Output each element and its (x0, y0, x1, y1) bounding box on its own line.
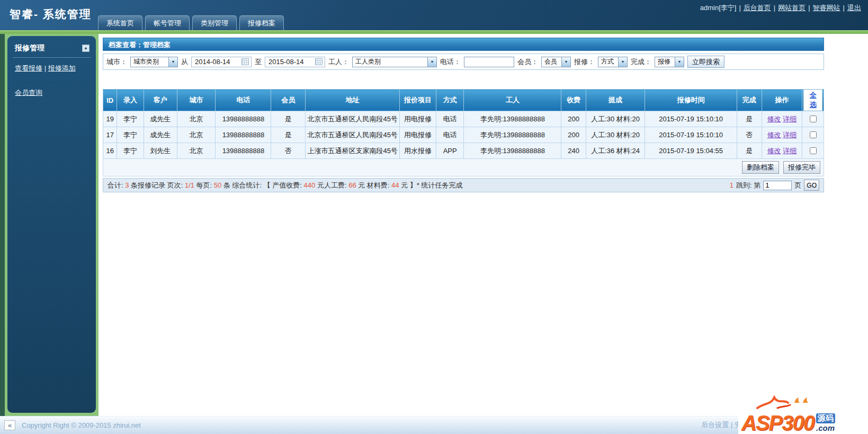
date-from-field[interactable] (191, 57, 252, 67)
done-label: 完成： (631, 57, 651, 67)
link-logout[interactable]: 退出 (847, 4, 861, 12)
main-nav-tabs: 系统首页 帐号管理 类别管理 报修档案 (98, 15, 284, 30)
calendar-icon[interactable] (241, 58, 249, 65)
cell-phone: 13988888888 (216, 127, 271, 143)
cell-id: 19 (103, 111, 117, 127)
col-phone: 电话 (216, 90, 271, 111)
go-button[interactable]: GO (804, 180, 819, 191)
cell-member: 是 (271, 111, 306, 127)
watermark-brand: ASP300 (741, 413, 814, 432)
cell-phone: 13988888888 (216, 111, 271, 127)
link-admin-settings[interactable]: 后台设置 (701, 421, 729, 429)
tab-account-management[interactable]: 帐号管理 (145, 15, 190, 30)
summary-text: 合计: 3 条报修记录 页次: 1/1 每页: 50 条 综合统计: 【 产值收… (108, 181, 462, 190)
detail-link[interactable]: 详细 (783, 147, 797, 155)
col-method: 方式 (436, 90, 464, 111)
row-checkbox[interactable] (810, 131, 817, 138)
date-from-input[interactable] (194, 57, 236, 66)
page-unit-label: 页 (794, 181, 801, 190)
done-select[interactable]: 报修▼ (655, 57, 684, 67)
repair-label: 报修： (574, 57, 595, 67)
cell-checkbox (802, 143, 824, 159)
cell-commission: 人工:36 材料:24 (586, 143, 645, 159)
cell-worker: 李先明:13988888888 (464, 127, 561, 143)
delete-archive-button[interactable]: 删除档案 (742, 161, 779, 174)
row-checkbox[interactable] (810, 116, 817, 122)
cell-customer: 成先生 (144, 127, 177, 143)
sidebar-item-member-query[interactable]: 会员查询 (15, 88, 42, 96)
col-entry: 录入 (117, 90, 144, 111)
cell-repair-time: 2015-07-19 15:04:55 (645, 143, 737, 159)
link-admin-home[interactable]: 后台首页 (744, 4, 771, 12)
phone-input[interactable] (464, 57, 514, 67)
collapse-panel-icon[interactable]: ▲ (82, 45, 90, 52)
cell-quote-item: 用电报修 (400, 127, 436, 143)
green-divider (0, 30, 868, 34)
tab-category-management[interactable]: 类别管理 (192, 15, 237, 30)
edit-link[interactable]: 修改 (767, 147, 781, 155)
sidebar-item-view-repairs[interactable]: 查看报修 (15, 64, 42, 72)
cell-member: 是 (271, 127, 306, 143)
copyright-text: Copyright Right © 2009-2015 zhirui.net (22, 421, 141, 429)
sidebar-item-add-repair[interactable]: 报修添加 (48, 64, 76, 72)
worker-select[interactable]: 工人类别▼ (352, 57, 437, 67)
link-zhirui-site[interactable]: 智睿网站 (813, 4, 840, 12)
collapse-sidebar-icon[interactable]: « (4, 420, 15, 430)
cell-method: APP (436, 143, 464, 159)
col-id: ID (103, 90, 117, 111)
tab-system-home[interactable]: 系统首页 (98, 15, 142, 30)
table-row: 17 李宁 成先生 北京 13988888888 是 北京市五通桥区人民南段45… (103, 127, 824, 143)
edit-link[interactable]: 修改 (767, 131, 781, 139)
detail-link[interactable]: 详细 (783, 131, 797, 139)
link-site-home[interactable]: 网站首页 (778, 4, 806, 12)
chevron-down-icon: ▼ (427, 57, 436, 67)
cell-city: 北京 (177, 143, 216, 159)
cell-quote-item: 用水报修 (400, 143, 436, 159)
table-actions-strip: 删除档案 报修完毕 (103, 159, 824, 176)
cell-worker: 李先明:13988888888 (464, 111, 561, 127)
separator: | (739, 4, 740, 12)
asp300-watermark[interactable]: ASP300 源码 .com (738, 395, 868, 434)
row-checkbox[interactable] (810, 147, 817, 154)
cell-entry: 李宁 (117, 143, 144, 159)
flame-icon (753, 395, 811, 410)
tab-repair-archive[interactable]: 报修档案 (239, 15, 284, 30)
cell-quote-item: 用电报修 (400, 111, 436, 127)
top-header-bar: 智睿- 系统管理 admin[李宁]|后台首页|网站首页|智睿网站|退出 系统首… (0, 0, 868, 30)
col-commission: 提成 (586, 90, 645, 111)
col-quote-item: 报价项目 (400, 90, 436, 111)
select-all-link[interactable]: 全选 (803, 90, 822, 111)
chevron-down-icon: ▼ (168, 57, 177, 67)
date-to-field[interactable] (265, 57, 325, 67)
table-row: 16 李宁 刘先生 北京 13988888888 否 上涨市五通桥区支家南段45… (103, 143, 824, 159)
chevron-down-icon: ▼ (675, 57, 684, 67)
page-title: 档案查看：管理档案 (103, 38, 824, 51)
edit-link[interactable]: 修改 (767, 115, 781, 123)
from-label: 从 (181, 57, 188, 67)
cell-customer: 刘先生 (144, 143, 177, 159)
cell-repair-time: 2015-07-19 15:10:10 (645, 111, 737, 127)
cell-fee: 200 (561, 111, 586, 127)
detail-link[interactable]: 详细 (783, 115, 797, 123)
separator: | (731, 421, 732, 429)
cell-entry: 李宁 (117, 111, 144, 127)
watermark-domain: .com (816, 423, 835, 432)
phone-label: 电话： (440, 57, 461, 67)
cell-fee: 240 (561, 143, 586, 159)
jump-page-input[interactable] (763, 181, 792, 190)
search-button[interactable]: 立即搜索 (687, 56, 724, 68)
cell-done: 是 (737, 143, 762, 159)
sidebar-panel: 报修管理 ▲ 查看报修 | 报修添加 会员查询 (7, 36, 96, 413)
calendar-icon[interactable] (315, 58, 323, 65)
separator: | (808, 4, 810, 12)
col-customer: 客户 (144, 90, 177, 111)
date-to-input[interactable] (267, 57, 310, 66)
repair-complete-button[interactable]: 报修完毕 (783, 161, 820, 174)
page-number-link[interactable]: 1 (730, 181, 733, 189)
cell-customer: 成先生 (144, 111, 177, 127)
member-select[interactable]: 会员▼ (541, 57, 571, 67)
cell-checkbox (802, 127, 824, 143)
cell-fee: 200 (561, 127, 586, 143)
city-select[interactable]: 城市类别▼ (130, 57, 178, 67)
repair-method-select[interactable]: 方式▼ (598, 57, 628, 67)
